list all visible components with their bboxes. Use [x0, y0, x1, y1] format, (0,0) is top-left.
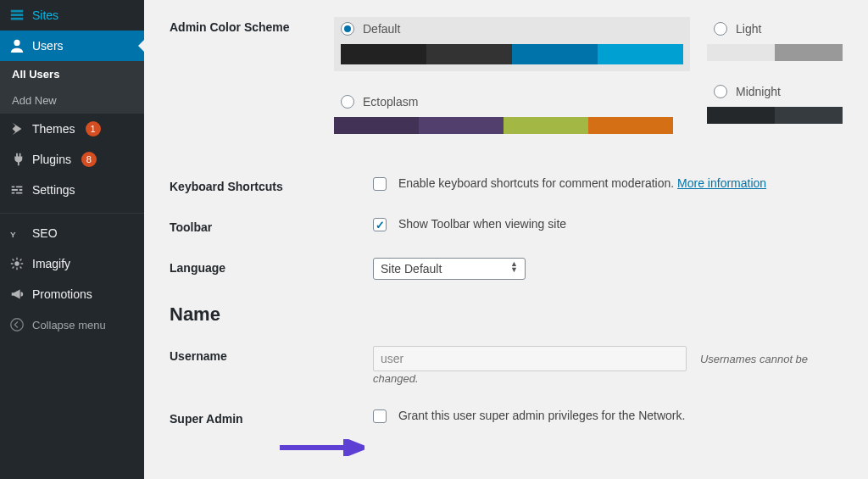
- select-language[interactable]: Site Default ▲▼: [373, 258, 526, 280]
- scheme-light[interactable]: Light: [707, 17, 843, 61]
- label-language: Language: [170, 258, 373, 275]
- swatches-ectoplasm: [334, 117, 673, 134]
- color-schemes: Default Ectoplasm: [334, 17, 843, 153]
- radio-midnight[interactable]: [714, 85, 727, 98]
- collapse-label: Collapse menu: [32, 319, 106, 331]
- row-keyboard: Keyboard Shortcuts Enable keyboard short…: [170, 176, 843, 193]
- sites-icon: [8, 7, 25, 24]
- admin-sidebar: Sites Users All Users Add New Themes 1 P…: [0, 0, 144, 479]
- sidebar-item-label: Imagify: [32, 257, 70, 270]
- seo-icon: Y: [8, 225, 25, 242]
- sidebar-item-themes[interactable]: Themes 1: [0, 114, 144, 144]
- sidebar-item-sites[interactable]: Sites: [0, 0, 144, 31]
- row-superadmin: Super Admin Grant this user super admin …: [170, 409, 843, 426]
- sidebar-item-imagify[interactable]: Imagify: [0, 248, 144, 279]
- scheme-ectoplasm[interactable]: Ectoplasm: [334, 90, 690, 134]
- section-name: Name: [170, 304, 843, 326]
- users-submenu: All Users Add New: [0, 61, 144, 114]
- scheme-default[interactable]: Default: [334, 17, 690, 71]
- themes-icon: [8, 120, 25, 137]
- keyboard-more-link[interactable]: More information: [677, 176, 766, 190]
- plugins-icon: [8, 151, 25, 168]
- checkbox-superadmin[interactable]: [373, 409, 387, 423]
- sidebar-item-label: Themes: [32, 122, 75, 136]
- promotions-icon: [8, 286, 25, 303]
- swatches-light: [707, 44, 843, 61]
- collapse-icon: [8, 316, 25, 333]
- sidebar-item-label: Sites: [32, 8, 58, 22]
- settings-icon: [8, 181, 25, 198]
- collapse-menu[interactable]: Collapse menu: [0, 309, 144, 340]
- radio-ectoplasm[interactable]: [341, 95, 354, 109]
- superadmin-text: Grant this user super admin privileges f…: [398, 409, 685, 422]
- sidebar-item-label: Promotions: [32, 287, 92, 301]
- sidebar-item-promotions[interactable]: Promotions: [0, 279, 144, 309]
- chevron-updown-icon: ▲▼: [510, 261, 518, 273]
- update-badge: 8: [81, 152, 97, 167]
- label-color-scheme: Admin Color Scheme: [170, 17, 334, 34]
- label-superadmin: Super Admin: [170, 409, 373, 426]
- sidebar-item-plugins[interactable]: Plugins 8: [0, 144, 144, 175]
- svg-point-0: [14, 40, 19, 46]
- sidebar-item-label: Users: [32, 39, 64, 53]
- toolbar-text: Show Toolbar when viewing site: [398, 217, 566, 231]
- label-keyboard: Keyboard Shortcuts: [170, 176, 373, 193]
- row-username: Username Usernames cannot be changed.: [170, 346, 843, 385]
- label-toolbar: Toolbar: [170, 217, 373, 234]
- swatches-default: [341, 44, 683, 64]
- row-toolbar: Toolbar Show Toolbar when viewing site: [170, 217, 843, 234]
- imagify-icon: [8, 255, 25, 272]
- main-content: Admin Color Scheme Default Ectoplasm: [144, 0, 868, 479]
- sidebar-item-users[interactable]: Users: [0, 31, 144, 61]
- menu-separator: [0, 209, 144, 214]
- row-color-scheme: Admin Color Scheme Default Ectoplasm: [170, 17, 843, 153]
- users-icon: [8, 37, 25, 54]
- input-username[interactable]: [373, 346, 687, 371]
- submenu-add-new[interactable]: Add New: [0, 87, 144, 114]
- keyboard-text: Enable keyboard shortcuts for comment mo…: [398, 176, 674, 190]
- label-username: Username: [170, 346, 373, 363]
- svg-text:Y: Y: [10, 230, 16, 239]
- checkbox-toolbar[interactable]: [373, 218, 387, 231]
- swatches-midnight: [707, 107, 843, 124]
- checkbox-keyboard[interactable]: [373, 177, 387, 191]
- sidebar-item-label: SEO: [32, 226, 58, 240]
- sidebar-item-label: Settings: [32, 183, 75, 197]
- radio-default[interactable]: [341, 22, 354, 36]
- scheme-midnight[interactable]: Midnight: [707, 80, 843, 124]
- row-language: Language Site Default ▲▼: [170, 258, 843, 280]
- svg-point-3: [11, 319, 23, 331]
- sidebar-item-label: Plugins: [32, 153, 71, 166]
- submenu-all-users[interactable]: All Users: [0, 61, 144, 87]
- sidebar-item-settings[interactable]: Settings: [0, 175, 144, 205]
- update-badge: 1: [86, 121, 101, 136]
- sidebar-item-seo[interactable]: Y SEO: [0, 218, 144, 248]
- radio-light[interactable]: [714, 22, 727, 36]
- svg-point-2: [14, 261, 19, 265]
